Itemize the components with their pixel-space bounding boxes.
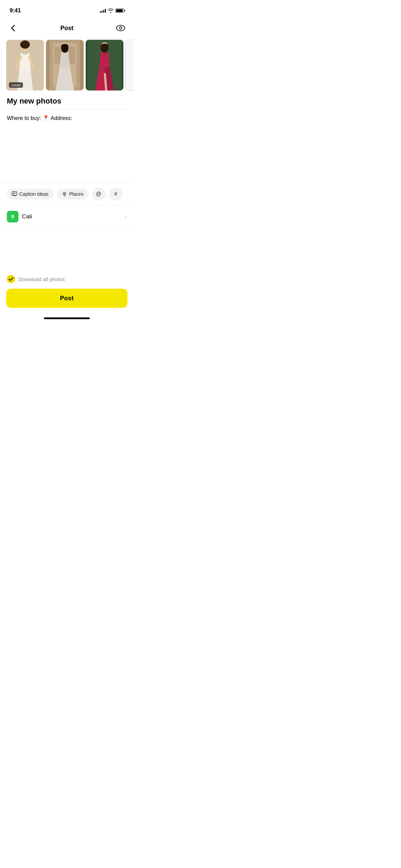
caption-area: My new photos Where to buy: 📍 Address:	[0, 91, 134, 183]
svg-point-1	[120, 27, 122, 29]
download-row: Download all photos	[0, 269, 134, 289]
places-label: Places	[69, 191, 84, 197]
photo-1[interactable]: cover	[6, 40, 44, 91]
page: 9:41 Post	[0, 0, 134, 323]
cover-badge: cover	[9, 82, 23, 88]
at-icon: @	[96, 191, 101, 197]
home-indicator	[0, 315, 134, 323]
location-left: Cali	[7, 211, 32, 222]
caption-ideas-label: Caption ideas	[19, 191, 49, 197]
add-photo-button[interactable]: +	[125, 40, 134, 91]
photo-strip[interactable]: cover	[0, 40, 134, 91]
caption-title: My new photos	[7, 97, 127, 106]
status-time: 9:41	[10, 7, 21, 14]
photo-2[interactable]	[46, 40, 84, 91]
location-row[interactable]: Cali ›	[0, 205, 134, 228]
download-label: Download all photos	[19, 276, 65, 282]
caption-ideas-button[interactable]: Caption ideas	[7, 189, 53, 200]
status-icons	[100, 9, 124, 13]
svg-point-0	[117, 25, 125, 31]
svg-point-21	[12, 216, 13, 217]
back-button[interactable]	[7, 22, 19, 34]
signal-bars-icon	[100, 9, 106, 13]
places-button[interactable]: Places	[57, 189, 88, 200]
photo-3[interactable]	[86, 40, 123, 91]
nav-bar: Post	[0, 18, 134, 38]
location-name: Cali	[22, 213, 32, 220]
svg-point-19	[64, 193, 65, 194]
download-check-icon	[7, 275, 15, 283]
wifi-icon	[108, 9, 113, 13]
checkmark-icon	[9, 277, 13, 281]
places-icon	[62, 191, 67, 197]
hash-icon: #	[114, 191, 117, 197]
toolbar-row: Caption ideas Places @ #	[0, 183, 134, 205]
home-bar	[44, 317, 90, 319]
status-bar: 9:41	[0, 0, 134, 16]
location-icon	[7, 211, 19, 222]
mention-button[interactable]: @	[92, 188, 106, 200]
caption-text[interactable]: Where to buy: 📍 Address:	[7, 114, 127, 183]
content-spacer	[0, 228, 134, 269]
map-pin-icon	[10, 214, 16, 220]
svg-point-5	[20, 40, 30, 49]
page-title: Post	[60, 25, 73, 32]
caption-divider	[7, 109, 127, 109]
chevron-right-icon: ›	[125, 213, 127, 220]
post-button[interactable]: Post	[6, 289, 127, 308]
battery-icon	[116, 9, 124, 13]
hashtag-button[interactable]: #	[109, 188, 123, 200]
caption-ideas-icon	[12, 191, 17, 197]
preview-button[interactable]	[114, 22, 127, 34]
